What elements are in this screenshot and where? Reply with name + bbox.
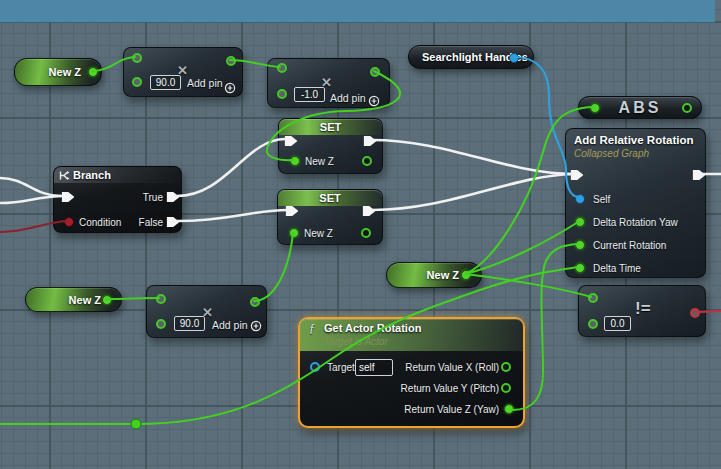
false-label: False [139, 217, 163, 228]
output-pin-value[interactable] [361, 228, 371, 238]
wire-exec-in-a [0, 178, 61, 196]
node-subtitle: Target is Actor [324, 336, 388, 347]
input-pin-a[interactable] [132, 53, 142, 63]
input-pin-a[interactable] [277, 63, 287, 73]
node-get-searchlight-handles[interactable]: Searchlight Handles [408, 45, 534, 69]
true-label: True [143, 192, 163, 203]
delta-time-pin[interactable] [575, 263, 585, 273]
delta-rotation-yaw-label: Delta Rotation Yaw [593, 217, 678, 228]
output-pin[interactable] [250, 297, 260, 307]
wire-branch-false-set2 [177, 210, 288, 221]
return-z-label: Return Value Z (Yaw) [404, 404, 499, 415]
variable-label: New Z [49, 66, 81, 78]
exec-out-pin[interactable] [363, 205, 376, 217]
return-y-label: Return Value Y (Pitch) [401, 383, 499, 394]
output-pin[interactable] [370, 67, 380, 77]
node-multiply-top[interactable]: ✕ 90.0 Add pin [123, 47, 243, 97]
node-subtitle: Collapsed Graph [574, 148, 649, 159]
input-pin[interactable] [590, 103, 600, 113]
set-title: SET [278, 192, 382, 204]
value-field[interactable]: 0.0 [604, 316, 631, 331]
input-pin-new-z[interactable] [290, 156, 300, 166]
input-pin-a[interactable] [588, 293, 598, 303]
reroute-node[interactable] [131, 419, 141, 429]
node-abs[interactable]: ABS [578, 96, 702, 119]
delta-rotation-yaw-pin[interactable] [575, 217, 585, 227]
value-field[interactable]: 90.0 [150, 75, 181, 90]
return-x-label: Return Value X (Roll) [405, 362, 499, 373]
comment-frame[interactable] [0, 0, 715, 23]
current-rotation-pin[interactable] [575, 240, 585, 250]
output-pin-bool[interactable] [690, 308, 700, 318]
node-title: Add Relative Rotation [574, 134, 693, 146]
value-field[interactable]: 90.0 [174, 316, 205, 331]
node-title: Get Actor Rotation [324, 322, 421, 334]
output-pin[interactable] [226, 56, 236, 66]
wire-exec-in-b [0, 196, 61, 203]
node-multiply-neg[interactable]: ✕ -1.0 Add pin [267, 58, 390, 108]
target-label: Target [327, 362, 355, 373]
wire-branch-true-set1 [177, 139, 285, 196]
return-z-pin[interactable] [504, 404, 514, 414]
exec-in-pin[interactable] [285, 135, 298, 147]
wire-set2-arr [372, 174, 573, 210]
branch-icon [59, 170, 70, 181]
exec-in-pin[interactable] [62, 191, 75, 203]
node-get-new-z-bottom[interactable]: New Z [25, 287, 122, 312]
wire-newzmid-yaw [465, 222, 578, 274]
condition-label: Condition [79, 217, 121, 228]
exec-out-pin[interactable] [364, 135, 377, 147]
node-set-new-z-1[interactable]: SET New Z [278, 118, 383, 174]
output-pin-object[interactable] [509, 53, 519, 63]
input-pin-b[interactable] [277, 89, 287, 99]
exec-false-pin[interactable] [167, 216, 180, 228]
target-value-field[interactable]: self [355, 359, 393, 376]
self-pin[interactable] [575, 194, 585, 204]
node-not-equal[interactable]: 0.0 != [578, 285, 706, 337]
node-get-new-z-top[interactable]: New Z [14, 58, 102, 86]
return-x-pin[interactable] [501, 362, 511, 372]
input-pin-new-z[interactable] [289, 228, 299, 238]
add-pin-label[interactable]: Add pin [212, 319, 248, 331]
variable-label: New Z [69, 294, 101, 306]
set-title: SET [279, 121, 382, 133]
input-pin-a[interactable] [156, 294, 166, 304]
self-label: Self [593, 194, 610, 205]
node-branch[interactable]: Branch Condition True False [53, 166, 182, 233]
node-multiply-bottom[interactable]: ✕ 90.0 Add pin [146, 285, 267, 338]
node-set-new-z-2[interactable]: SET New Z [277, 189, 383, 245]
exec-in-pin[interactable] [571, 169, 584, 181]
value-field[interactable]: -1.0 [294, 87, 325, 102]
variable-label: New Z [427, 269, 459, 281]
input-pin-b[interactable] [156, 319, 166, 329]
exec-out-pin[interactable] [693, 169, 706, 181]
add-pin-icon[interactable] [368, 95, 380, 107]
add-pin-icon[interactable] [250, 320, 262, 332]
delta-time-label: Delta Time [593, 263, 641, 274]
function-icon: ƒ [309, 321, 315, 336]
branch-title: Branch [73, 169, 111, 181]
add-pin-icon[interactable] [224, 82, 236, 94]
output-pin-value[interactable] [362, 156, 372, 166]
input-pin-b[interactable] [132, 77, 142, 87]
exec-true-pin[interactable] [167, 191, 180, 203]
output-pin-new-z[interactable] [88, 67, 98, 77]
wire-set1-arr [372, 140, 573, 174]
input-pin-b[interactable] [588, 319, 598, 329]
condition-pin[interactable] [64, 217, 74, 227]
target-pin[interactable] [310, 362, 320, 372]
node-add-relative-rotation[interactable]: Add Relative Rotation Collapsed Graph Se… [565, 128, 706, 278]
add-pin-label[interactable]: Add pin [330, 92, 366, 104]
output-pin[interactable] [682, 103, 692, 113]
return-y-pin[interactable] [501, 383, 511, 393]
pin-label: New Z [305, 156, 334, 167]
not-equal-operator: != [635, 299, 651, 319]
output-pin-new-z[interactable] [102, 295, 112, 305]
blueprint-graph-canvas[interactable]: New Z ✕ 90.0 Add pin ✕ -1.0 Add pin Sear… [0, 0, 721, 469]
exec-in-pin[interactable] [286, 205, 299, 217]
current-rotation-label: Current Rotation [593, 240, 666, 251]
output-pin-new-z[interactable] [461, 270, 471, 280]
node-get-new-z-mid[interactable]: New Z [386, 262, 482, 288]
node-get-actor-rotation[interactable]: ƒ Get Actor Rotation Target is Actor Tar… [298, 317, 525, 428]
add-pin-label[interactable]: Add pin [187, 77, 223, 89]
